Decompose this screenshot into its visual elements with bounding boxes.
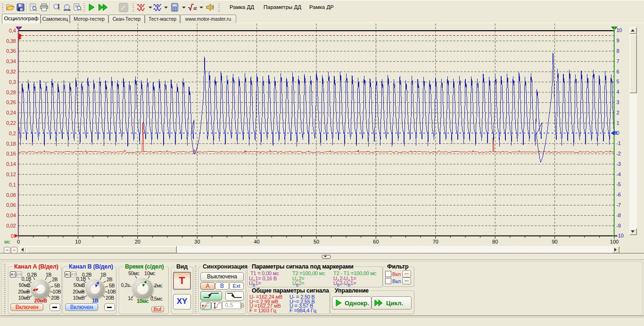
- svg-text:0,34: 0,34: [6, 58, 16, 64]
- svg-text:-1: -1: [617, 140, 621, 146]
- svg-text:α: α: [194, 4, 198, 11]
- svg-text:10: 10: [617, 27, 622, 33]
- svg-text:0,02: 0,02: [6, 223, 16, 228]
- svg-text:0,12: 0,12: [6, 171, 16, 177]
- svg-text:9: 9: [617, 38, 619, 43]
- svg-text:80: 80: [492, 239, 498, 244]
- svg-text:1: 1: [617, 120, 619, 126]
- svg-text:4: 4: [617, 89, 619, 95]
- svg-text:6: 6: [617, 69, 619, 74]
- svg-text:0,36: 0,36: [6, 48, 16, 54]
- svg-text:0: 0: [11, 233, 14, 239]
- svg-text:90: 90: [552, 239, 557, 244]
- svg-text:30: 30: [194, 239, 200, 244]
- svg-text:0,16: 0,16: [6, 151, 16, 156]
- svg-text:8: 8: [617, 48, 619, 54]
- svg-text:-8: -8: [617, 212, 621, 218]
- svg-text:5: 5: [617, 79, 619, 84]
- svg-text:70: 70: [433, 239, 438, 244]
- svg-text:40: 40: [254, 239, 259, 244]
- svg-text:0,08: 0,08: [6, 192, 16, 198]
- svg-text:0,14: 0,14: [6, 161, 16, 167]
- svg-text:0,18: 0,18: [6, 141, 16, 147]
- svg-text:0,2: 0,2: [9, 130, 16, 136]
- svg-text:-6: -6: [617, 192, 621, 197]
- svg-text:0,24: 0,24: [6, 110, 16, 115]
- svg-text:2: 2: [613, 27, 615, 30]
- svg-text:-2: -2: [617, 151, 621, 156]
- svg-text:0,26: 0,26: [6, 99, 16, 105]
- svg-text:0,28: 0,28: [6, 90, 16, 95]
- svg-text:1: 1: [18, 27, 20, 30]
- svg-text:0,06: 0,06: [6, 202, 16, 208]
- svg-text:0,32: 0,32: [6, 69, 16, 74]
- svg-text:-5: -5: [617, 181, 621, 187]
- svg-text:мс: мс: [4, 239, 11, 244]
- svg-text:50: 50: [314, 239, 319, 244]
- svg-text:0,1: 0,1: [9, 182, 16, 187]
- svg-text:2: 2: [617, 110, 619, 115]
- svg-text:-9: -9: [617, 223, 621, 228]
- svg-text:7: 7: [617, 58, 619, 64]
- svg-text:0,4: 0,4: [9, 28, 16, 33]
- svg-text:0,3: 0,3: [9, 79, 16, 85]
- svg-text:0,04: 0,04: [6, 212, 16, 218]
- svg-text:-3: -3: [617, 161, 621, 167]
- svg-text:20: 20: [135, 239, 140, 244]
- svg-text:60: 60: [373, 239, 379, 244]
- svg-text:0,38: 0,38: [6, 38, 16, 44]
- svg-text:3: 3: [617, 99, 619, 105]
- svg-text:0: 0: [617, 130, 619, 136]
- svg-text:0: 0: [17, 239, 20, 244]
- svg-text:-7: -7: [617, 202, 621, 208]
- svg-text:-10: -10: [617, 233, 624, 238]
- svg-text:0,22: 0,22: [6, 120, 16, 126]
- svg-text:10: 10: [75, 239, 81, 244]
- svg-text:-4: -4: [617, 171, 621, 177]
- svg-text:100: 100: [610, 239, 619, 244]
